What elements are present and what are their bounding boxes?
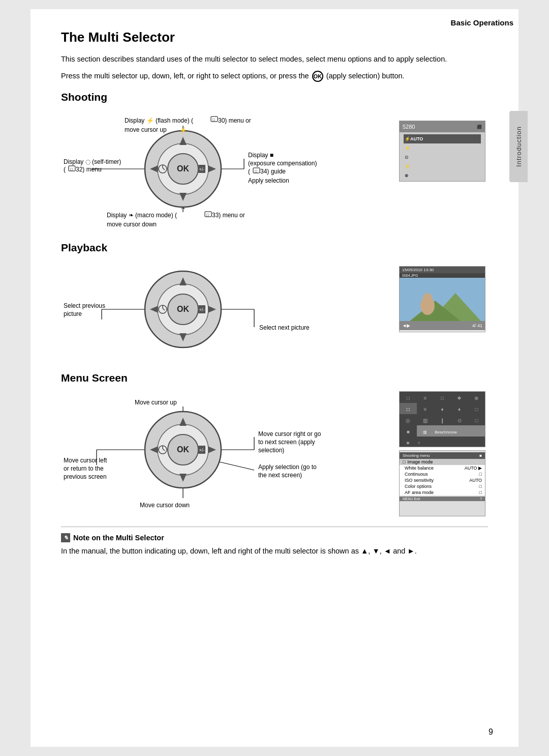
page-number: 9 (489, 728, 493, 737)
svg-text:selection): selection) (258, 447, 284, 454)
playback-section: OK +/- Select previous picture Select ne… (61, 261, 488, 363)
svg-text:previous screen: previous screen (64, 473, 107, 480)
svg-text:Select next picture: Select next picture (259, 324, 310, 331)
svg-text:❧: ❧ (180, 205, 186, 212)
svg-text:Display ◌ (self-timer): Display ◌ (self-timer) (64, 158, 121, 165)
menu-icon-grid: □ ≡ □ ❖ ⊕ □ ≡ ♦ ♦ □ ◎ ▥ (399, 391, 485, 447)
svg-text:□: □ (70, 167, 73, 171)
svg-text:34) guide: 34) guide (260, 168, 286, 175)
svg-text:⚡: ⚡ (179, 126, 187, 134)
svg-point-66 (423, 293, 432, 303)
svg-text:the next screen): the next screen) (258, 472, 302, 479)
pb-footer: ◄▶ 4/ 41 (400, 321, 485, 330)
svg-text:move cursor down: move cursor down (107, 221, 157, 227)
playback-title: Playback (61, 242, 488, 254)
svg-text:Move cursor right or go: Move cursor right or go (258, 430, 321, 438)
side-tab: Introduction (509, 111, 528, 182)
menu-screen-diagram: OK +/- Move cursor up Move cursor right … (61, 391, 394, 515)
svg-text:Move cursor left: Move cursor left (64, 457, 107, 464)
note-icon: ✎ (61, 533, 70, 542)
page-title: The Multi Selector (61, 30, 488, 45)
svg-text:OK: OK (177, 164, 189, 173)
svg-text:Move cursor down: Move cursor down (140, 502, 190, 509)
svg-text:33) menu or: 33) menu or (212, 212, 245, 219)
svg-text:Apply selection: Apply selection (248, 177, 289, 184)
shooting-diagram: OK +/- ⚡ (61, 110, 394, 229)
ok-icon: OK (312, 71, 323, 82)
svg-text:Display ❧ (macro mode) (: Display ❧ (macro mode) ( (107, 212, 177, 219)
shooting-title: Shooting (61, 91, 488, 103)
svg-text:+/-: +/- (199, 307, 205, 312)
fs-off-row: ⚡ (404, 162, 481, 171)
intro-paragraph-1: This section describes standard uses of … (61, 53, 488, 65)
pb-header: 15/05/2010 13:30 (400, 267, 485, 273)
fs-flash-row: ⚡ (404, 143, 481, 153)
svg-text:Move cursor up: Move cursor up (135, 399, 177, 406)
shooting-dial-svg: OK +/- ⚡ (61, 110, 325, 227)
menu-screenshots: □ ≡ □ ❖ ⊕ □ ≡ ♦ ♦ □ ◎ ▥ (399, 391, 488, 516)
fs-auto-row: ⚡AUTO (404, 134, 481, 143)
menu-screen-section: OK +/- Move cursor up Move cursor right … (61, 391, 488, 516)
note-text: In the manual, the button indicating up,… (61, 545, 488, 557)
svg-text:□: □ (255, 169, 257, 173)
svg-text:move cursor up: move cursor up (125, 126, 167, 133)
menu-dial-svg: OK +/- Move cursor up Move cursor right … (61, 391, 325, 513)
intro-paragraph-2: Press the multi selector up, down, left,… (61, 70, 488, 82)
svg-text:30) menu or: 30) menu or (218, 117, 251, 124)
svg-text:Display ⚡ (flash mode) (: Display ⚡ (flash mode) ( (125, 117, 193, 124)
flash-mode-screenshot: 5280 ⬛ ⚡AUTO ⚡ ⊙ ⚡ (399, 121, 485, 182)
playback-diagram: OK +/- Select previous picture Select ne… (61, 261, 394, 360)
page-container: Basic Operations Introduction The Multi … (30, 9, 518, 747)
svg-text:OK: OK (177, 305, 189, 313)
svg-text:Select previous: Select previous (64, 302, 105, 309)
shooting-section: OK +/- ⚡ (61, 110, 488, 232)
svg-text:32) menu: 32) menu (76, 166, 102, 173)
fs-slow-row: ⊙ (404, 153, 481, 162)
pb-image (400, 278, 485, 321)
svg-text:picture: picture (64, 310, 82, 317)
side-tab-text: Introduction (515, 126, 523, 167)
svg-text:+/-: +/- (199, 448, 205, 453)
svg-text:(: ( (248, 168, 250, 175)
fs-top: 5280 ⬛ (400, 121, 485, 132)
note-section: ✎ Note on the Multi Selector In the manu… (61, 527, 488, 557)
playback-screenshot-container: 15/05/2010 13:30 0004.JPG (399, 266, 488, 332)
fs-body: ⚡AUTO ⚡ ⊙ ⚡ ⊕ (400, 132, 485, 182)
note-title: ✎ Note on the Multi Selector (61, 533, 488, 542)
playback-dial-svg: OK +/- Select previous picture Select ne… (61, 261, 325, 358)
menu-list-screenshot: Shooting menu■ □Image mode White balance… (399, 450, 485, 516)
svg-text:(: ( (64, 166, 66, 173)
menu-screen-title: Menu Screen (61, 372, 488, 384)
svg-text:(exposure compensation): (exposure compensation) (248, 160, 317, 167)
svg-text:□: □ (206, 213, 209, 217)
svg-text:or return to the: or return to the (64, 465, 104, 472)
svg-text:to next screen (apply: to next screen (apply (258, 439, 315, 446)
svg-text:OK: OK (177, 445, 189, 454)
svg-text:Apply selection (go to: Apply selection (go to (258, 463, 317, 471)
fs-redeye-row: ⊕ (404, 171, 481, 180)
svg-text:Display ■: Display ■ (248, 152, 273, 159)
section-label: Basic Operations (451, 18, 518, 27)
shooting-screenshot: 5280 ⬛ ⚡AUTO ⚡ ⊙ ⚡ (399, 121, 488, 182)
playback-screenshot: 15/05/2010 13:30 0004.JPG (399, 266, 485, 332)
svg-text:□: □ (212, 118, 215, 122)
svg-text:+/-: +/- (199, 167, 205, 172)
